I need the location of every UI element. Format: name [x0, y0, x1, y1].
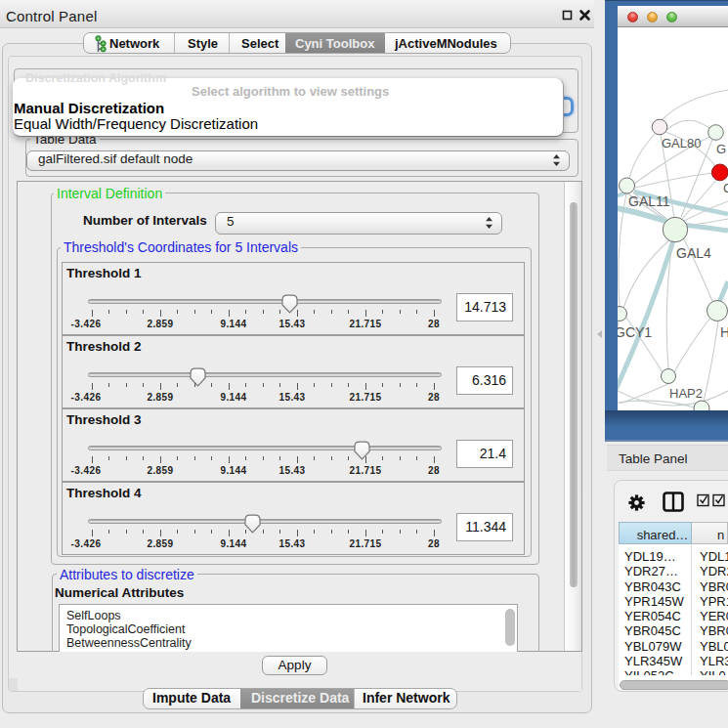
- svg-text:GCY1: GCY1: [618, 324, 652, 340]
- svg-text:GAL80: GAL80: [662, 136, 701, 150]
- svg-text:GAL4: GAL4: [676, 245, 711, 261]
- svg-text:C: C: [723, 181, 728, 195]
- svg-text:G: G: [716, 142, 726, 156]
- svg-text:HAP2: HAP2: [669, 386, 703, 401]
- svg-text:GAL11: GAL11: [628, 193, 670, 209]
- svg-text:H: H: [720, 324, 728, 340]
